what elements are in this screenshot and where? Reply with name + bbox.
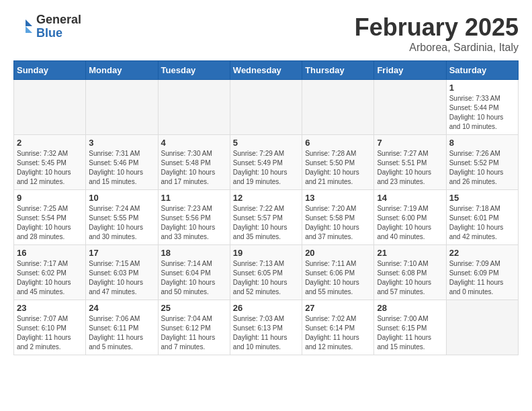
calendar-cell: 13Sunrise: 7:20 AM Sunset: 5:58 PM Dayli… <box>302 190 374 245</box>
calendar-cell: 18Sunrise: 7:14 AM Sunset: 6:04 PM Dayli… <box>158 245 230 300</box>
calendar-cell <box>230 80 302 135</box>
day-number: 26 <box>233 303 299 313</box>
day-number: 7 <box>377 138 443 148</box>
calendar-cell: 24Sunrise: 7:06 AM Sunset: 6:11 PM Dayli… <box>86 300 158 355</box>
day-number: 24 <box>89 303 154 313</box>
day-info: Sunrise: 7:27 AM Sunset: 5:51 PM Dayligh… <box>377 149 443 187</box>
logo-blue: Blue <box>36 27 81 40</box>
day-number: 3 <box>89 138 154 148</box>
calendar-cell <box>86 80 158 135</box>
calendar-cell: 25Sunrise: 7:04 AM Sunset: 6:12 PM Dayli… <box>158 300 230 355</box>
calendar-cell <box>302 80 374 135</box>
calendar-week-1: 1Sunrise: 7:33 AM Sunset: 5:44 PM Daylig… <box>14 80 519 135</box>
day-number: 12 <box>233 193 299 203</box>
day-number: 13 <box>305 193 371 203</box>
logo: General Blue <box>13 13 81 40</box>
svg-marker-1 <box>26 26 32 33</box>
logo-text: General Blue <box>36 13 81 40</box>
day-info: Sunrise: 7:24 AM Sunset: 5:55 PM Dayligh… <box>89 204 154 242</box>
calendar-cell: 21Sunrise: 7:10 AM Sunset: 6:08 PM Dayli… <box>374 245 446 300</box>
calendar-cell: 9Sunrise: 7:25 AM Sunset: 5:54 PM Daylig… <box>14 190 86 245</box>
day-number: 4 <box>161 138 227 148</box>
calendar-week-4: 16Sunrise: 7:17 AM Sunset: 6:02 PM Dayli… <box>14 245 519 300</box>
calendar-cell: 15Sunrise: 7:18 AM Sunset: 6:01 PM Dayli… <box>446 190 518 245</box>
day-info: Sunrise: 7:03 AM Sunset: 6:13 PM Dayligh… <box>233 314 299 352</box>
logo-icon <box>13 17 34 37</box>
day-number: 11 <box>161 193 227 203</box>
column-header-monday: Monday <box>86 61 158 80</box>
location: Arborea, Sardinia, Italy <box>355 42 519 54</box>
day-number: 27 <box>305 303 371 313</box>
day-number: 16 <box>17 248 83 258</box>
column-header-wednesday: Wednesday <box>230 61 302 80</box>
column-header-friday: Friday <box>374 61 446 80</box>
calendar-table: SundayMondayTuesdayWednesdayThursdayFrid… <box>13 60 519 355</box>
day-number: 17 <box>89 248 154 258</box>
calendar-cell <box>446 300 518 355</box>
logo-general: General <box>36 13 81 27</box>
calendar-cell: 12Sunrise: 7:22 AM Sunset: 5:57 PM Dayli… <box>230 190 302 245</box>
calendar-cell <box>158 80 230 135</box>
day-info: Sunrise: 7:07 AM Sunset: 6:10 PM Dayligh… <box>17 314 83 352</box>
calendar-cell: 16Sunrise: 7:17 AM Sunset: 6:02 PM Dayli… <box>14 245 86 300</box>
column-header-sunday: Sunday <box>14 61 86 80</box>
month-year: February 2025 <box>355 13 519 42</box>
calendar-cell: 22Sunrise: 7:09 AM Sunset: 6:09 PM Dayli… <box>446 245 518 300</box>
calendar-cell: 1Sunrise: 7:33 AM Sunset: 5:44 PM Daylig… <box>446 80 518 135</box>
day-number: 8 <box>449 138 515 148</box>
svg-marker-0 <box>26 19 32 26</box>
calendar-week-2: 2Sunrise: 7:32 AM Sunset: 5:45 PM Daylig… <box>14 135 519 190</box>
day-number: 28 <box>377 303 443 313</box>
day-info: Sunrise: 7:19 AM Sunset: 6:00 PM Dayligh… <box>377 204 443 242</box>
day-info: Sunrise: 7:02 AM Sunset: 6:14 PM Dayligh… <box>305 314 371 352</box>
day-info: Sunrise: 7:30 AM Sunset: 5:48 PM Dayligh… <box>161 149 227 187</box>
calendar-cell: 11Sunrise: 7:23 AM Sunset: 5:56 PM Dayli… <box>158 190 230 245</box>
calendar-cell: 27Sunrise: 7:02 AM Sunset: 6:14 PM Dayli… <box>302 300 374 355</box>
title-block: February 2025 Arborea, Sardinia, Italy <box>355 13 519 54</box>
calendar-cell: 20Sunrise: 7:11 AM Sunset: 6:06 PM Dayli… <box>302 245 374 300</box>
day-number: 23 <box>17 303 83 313</box>
calendar-cell <box>374 80 446 135</box>
calendar-cell: 5Sunrise: 7:29 AM Sunset: 5:49 PM Daylig… <box>230 135 302 190</box>
page-header: General Blue February 2025 Arborea, Sard… <box>13 13 519 54</box>
day-number: 10 <box>89 193 154 203</box>
day-info: Sunrise: 7:04 AM Sunset: 6:12 PM Dayligh… <box>161 314 227 352</box>
day-number: 19 <box>233 248 299 258</box>
day-info: Sunrise: 7:20 AM Sunset: 5:58 PM Dayligh… <box>305 204 371 242</box>
day-number: 5 <box>233 138 299 148</box>
day-number: 15 <box>449 193 515 203</box>
calendar-cell: 28Sunrise: 7:00 AM Sunset: 6:15 PM Dayli… <box>374 300 446 355</box>
calendar-cell: 19Sunrise: 7:13 AM Sunset: 6:05 PM Dayli… <box>230 245 302 300</box>
column-header-saturday: Saturday <box>446 61 518 80</box>
day-info: Sunrise: 7:06 AM Sunset: 6:11 PM Dayligh… <box>89 314 154 352</box>
day-number: 2 <box>17 138 83 148</box>
day-info: Sunrise: 7:11 AM Sunset: 6:06 PM Dayligh… <box>305 259 371 297</box>
calendar-cell <box>14 80 86 135</box>
day-info: Sunrise: 7:32 AM Sunset: 5:45 PM Dayligh… <box>17 149 83 187</box>
day-info: Sunrise: 7:31 AM Sunset: 5:46 PM Dayligh… <box>89 149 154 187</box>
calendar-cell: 6Sunrise: 7:28 AM Sunset: 5:50 PM Daylig… <box>302 135 374 190</box>
day-info: Sunrise: 7:13 AM Sunset: 6:05 PM Dayligh… <box>233 259 299 297</box>
day-info: Sunrise: 7:14 AM Sunset: 6:04 PM Dayligh… <box>161 259 227 297</box>
day-info: Sunrise: 7:17 AM Sunset: 6:02 PM Dayligh… <box>17 259 83 297</box>
day-info: Sunrise: 7:29 AM Sunset: 5:49 PM Dayligh… <box>233 149 299 187</box>
calendar-cell: 7Sunrise: 7:27 AM Sunset: 5:51 PM Daylig… <box>374 135 446 190</box>
day-info: Sunrise: 7:33 AM Sunset: 5:44 PM Dayligh… <box>449 94 515 132</box>
day-info: Sunrise: 7:15 AM Sunset: 6:03 PM Dayligh… <box>89 259 154 297</box>
day-info: Sunrise: 7:09 AM Sunset: 6:09 PM Dayligh… <box>449 259 515 297</box>
day-info: Sunrise: 7:00 AM Sunset: 6:15 PM Dayligh… <box>377 314 443 352</box>
calendar-week-3: 9Sunrise: 7:25 AM Sunset: 5:54 PM Daylig… <box>14 190 519 245</box>
calendar-week-5: 23Sunrise: 7:07 AM Sunset: 6:10 PM Dayli… <box>14 300 519 355</box>
day-info: Sunrise: 7:22 AM Sunset: 5:57 PM Dayligh… <box>233 204 299 242</box>
day-info: Sunrise: 7:28 AM Sunset: 5:50 PM Dayligh… <box>305 149 371 187</box>
day-number: 14 <box>377 193 443 203</box>
day-number: 1 <box>449 83 515 93</box>
calendar-header-row: SundayMondayTuesdayWednesdayThursdayFrid… <box>14 61 519 80</box>
day-number: 25 <box>161 303 227 313</box>
day-number: 22 <box>449 248 515 258</box>
day-info: Sunrise: 7:10 AM Sunset: 6:08 PM Dayligh… <box>377 259 443 297</box>
day-number: 18 <box>161 248 227 258</box>
day-number: 21 <box>377 248 443 258</box>
calendar-cell: 14Sunrise: 7:19 AM Sunset: 6:00 PM Dayli… <box>374 190 446 245</box>
calendar-cell: 17Sunrise: 7:15 AM Sunset: 6:03 PM Dayli… <box>86 245 158 300</box>
